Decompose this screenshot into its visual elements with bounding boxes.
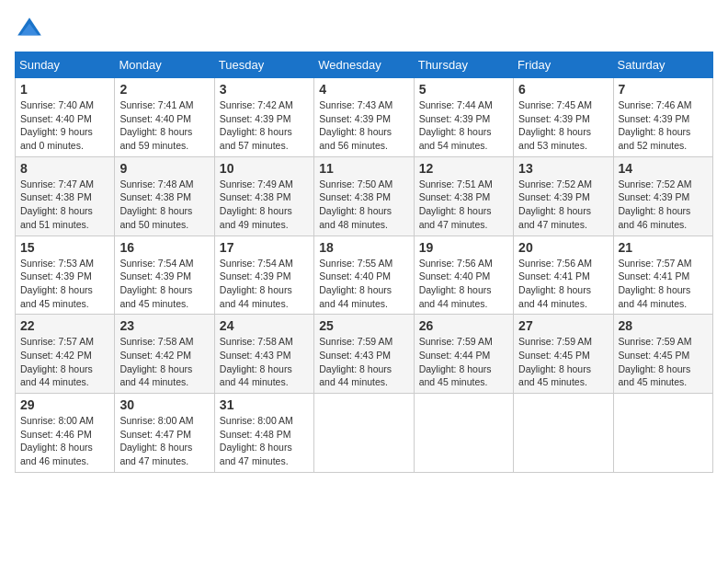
day-header-friday: Friday	[514, 52, 613, 78]
day-info: Sunrise: 7:59 AM Sunset: 4:45 PM Dayligh…	[518, 335, 608, 389]
calendar-cell	[414, 394, 513, 473]
day-info: Sunrise: 7:54 AM Sunset: 4:39 PM Dayligh…	[119, 257, 209, 311]
day-number: 13	[518, 161, 608, 176]
day-number: 18	[319, 240, 408, 255]
day-info: Sunrise: 7:56 AM Sunset: 4:40 PM Dayligh…	[419, 257, 508, 311]
calendar-week-3: 15 Sunrise: 7:53 AM Sunset: 4:39 PM Dayl…	[16, 236, 713, 315]
calendar-cell: 3 Sunrise: 7:42 AM Sunset: 4:39 PM Dayli…	[214, 78, 313, 157]
day-number: 26	[419, 318, 508, 333]
day-number: 10	[220, 161, 309, 176]
day-number: 3	[220, 82, 309, 97]
day-info: Sunrise: 7:58 AM Sunset: 4:42 PM Dayligh…	[119, 335, 209, 389]
day-number: 9	[119, 161, 209, 176]
day-info: Sunrise: 7:52 AM Sunset: 4:39 PM Dayligh…	[619, 178, 708, 232]
day-number: 23	[119, 318, 209, 333]
day-number: 24	[220, 318, 309, 333]
calendar-cell: 24 Sunrise: 7:58 AM Sunset: 4:43 PM Dayl…	[214, 315, 313, 394]
day-number: 25	[319, 318, 408, 333]
logo-icon	[15, 15, 44, 44]
calendar-cell: 23 Sunrise: 7:58 AM Sunset: 4:42 PM Dayl…	[115, 315, 214, 394]
day-info: Sunrise: 7:51 AM Sunset: 4:38 PM Dayligh…	[419, 178, 508, 232]
calendar-week-2: 8 Sunrise: 7:47 AM Sunset: 4:38 PM Dayli…	[16, 156, 713, 236]
day-number: 29	[20, 397, 109, 412]
day-number: 7	[619, 82, 708, 97]
calendar-cell: 8 Sunrise: 7:47 AM Sunset: 4:38 PM Dayli…	[16, 156, 115, 236]
day-info: Sunrise: 7:43 AM Sunset: 4:39 PM Dayligh…	[319, 98, 408, 153]
calendar-cell: 18 Sunrise: 7:55 AM Sunset: 4:40 PM Dayl…	[314, 236, 414, 315]
calendar-cell: 11 Sunrise: 7:50 AM Sunset: 4:38 PM Dayl…	[314, 156, 414, 236]
day-number: 21	[619, 240, 708, 255]
day-info: Sunrise: 7:44 AM Sunset: 4:39 PM Dayligh…	[419, 98, 508, 153]
day-info: Sunrise: 7:40 AM Sunset: 4:40 PM Dayligh…	[20, 98, 109, 153]
calendar-cell: 30 Sunrise: 8:00 AM Sunset: 4:47 PM Dayl…	[115, 394, 214, 473]
calendar-cell: 31 Sunrise: 8:00 AM Sunset: 4:48 PM Dayl…	[214, 394, 313, 473]
day-info: Sunrise: 7:53 AM Sunset: 4:39 PM Dayligh…	[20, 257, 109, 311]
calendar-cell: 27 Sunrise: 7:59 AM Sunset: 4:45 PM Dayl…	[514, 315, 613, 394]
calendar-cell: 15 Sunrise: 7:53 AM Sunset: 4:39 PM Dayl…	[16, 236, 115, 315]
day-info: Sunrise: 7:45 AM Sunset: 4:39 PM Dayligh…	[518, 98, 608, 153]
day-info: Sunrise: 7:56 AM Sunset: 4:41 PM Dayligh…	[518, 257, 608, 311]
day-info: Sunrise: 7:58 AM Sunset: 4:43 PM Dayligh…	[220, 335, 309, 389]
day-header-monday: Monday	[115, 52, 214, 78]
calendar-week-5: 29 Sunrise: 8:00 AM Sunset: 4:46 PM Dayl…	[16, 394, 713, 473]
day-number: 31	[220, 397, 309, 412]
day-info: Sunrise: 7:42 AM Sunset: 4:39 PM Dayligh…	[220, 98, 309, 153]
logo	[15, 15, 48, 44]
day-header-wednesday: Wednesday	[314, 52, 414, 78]
day-number: 6	[518, 82, 608, 97]
calendar-cell	[514, 394, 613, 473]
day-info: Sunrise: 7:49 AM Sunset: 4:38 PM Dayligh…	[220, 178, 309, 232]
calendar-cell: 14 Sunrise: 7:52 AM Sunset: 4:39 PM Dayl…	[613, 156, 712, 236]
day-header-thursday: Thursday	[414, 52, 513, 78]
day-info: Sunrise: 7:52 AM Sunset: 4:39 PM Dayligh…	[518, 178, 608, 232]
calendar-cell	[314, 394, 414, 473]
day-number: 17	[220, 240, 309, 255]
calendar-cell: 7 Sunrise: 7:46 AM Sunset: 4:39 PM Dayli…	[613, 78, 712, 157]
day-number: 4	[319, 82, 408, 97]
day-header-sunday: Sunday	[16, 52, 115, 78]
calendar-cell	[613, 394, 712, 473]
page-header	[15, 15, 713, 44]
day-number: 2	[119, 82, 209, 97]
calendar-cell: 9 Sunrise: 7:48 AM Sunset: 4:38 PM Dayli…	[115, 156, 214, 236]
day-info: Sunrise: 7:41 AM Sunset: 4:40 PM Dayligh…	[119, 98, 209, 153]
day-number: 28	[619, 318, 708, 333]
day-info: Sunrise: 8:00 AM Sunset: 4:46 PM Dayligh…	[20, 414, 109, 468]
calendar-cell: 16 Sunrise: 7:54 AM Sunset: 4:39 PM Dayl…	[115, 236, 214, 315]
day-number: 14	[619, 161, 708, 176]
day-number: 11	[319, 161, 408, 176]
day-number: 20	[518, 240, 608, 255]
calendar-header-row: SundayMondayTuesdayWednesdayThursdayFrid…	[16, 52, 713, 78]
day-number: 30	[119, 397, 209, 412]
calendar-cell: 17 Sunrise: 7:54 AM Sunset: 4:39 PM Dayl…	[214, 236, 313, 315]
calendar-cell: 13 Sunrise: 7:52 AM Sunset: 4:39 PM Dayl…	[514, 156, 613, 236]
calendar-cell: 2 Sunrise: 7:41 AM Sunset: 4:40 PM Dayli…	[115, 78, 214, 157]
day-info: Sunrise: 7:57 AM Sunset: 4:41 PM Dayligh…	[619, 257, 708, 311]
day-info: Sunrise: 7:46 AM Sunset: 4:39 PM Dayligh…	[619, 98, 708, 153]
calendar-week-1: 1 Sunrise: 7:40 AM Sunset: 4:40 PM Dayli…	[16, 78, 713, 157]
day-number: 1	[20, 82, 109, 97]
day-info: Sunrise: 7:47 AM Sunset: 4:38 PM Dayligh…	[20, 178, 109, 232]
calendar-week-4: 22 Sunrise: 7:57 AM Sunset: 4:42 PM Dayl…	[16, 315, 713, 394]
day-info: Sunrise: 8:00 AM Sunset: 4:48 PM Dayligh…	[220, 414, 309, 468]
calendar-cell: 25 Sunrise: 7:59 AM Sunset: 4:43 PM Dayl…	[314, 315, 414, 394]
day-header-tuesday: Tuesday	[214, 52, 313, 78]
calendar-cell: 21 Sunrise: 7:57 AM Sunset: 4:41 PM Dayl…	[613, 236, 712, 315]
calendar-cell: 29 Sunrise: 8:00 AM Sunset: 4:46 PM Dayl…	[16, 394, 115, 473]
day-number: 8	[20, 161, 109, 176]
day-info: Sunrise: 7:54 AM Sunset: 4:39 PM Dayligh…	[220, 257, 309, 311]
calendar-cell: 20 Sunrise: 7:56 AM Sunset: 4:41 PM Dayl…	[514, 236, 613, 315]
day-info: Sunrise: 7:50 AM Sunset: 4:38 PM Dayligh…	[319, 178, 408, 232]
day-header-saturday: Saturday	[613, 52, 712, 78]
calendar-cell: 26 Sunrise: 7:59 AM Sunset: 4:44 PM Dayl…	[414, 315, 513, 394]
calendar-cell: 1 Sunrise: 7:40 AM Sunset: 4:40 PM Dayli…	[16, 78, 115, 157]
calendar-cell: 22 Sunrise: 7:57 AM Sunset: 4:42 PM Dayl…	[16, 315, 115, 394]
day-info: Sunrise: 7:55 AM Sunset: 4:40 PM Dayligh…	[319, 257, 408, 311]
day-number: 15	[20, 240, 109, 255]
calendar-cell: 10 Sunrise: 7:49 AM Sunset: 4:38 PM Dayl…	[214, 156, 313, 236]
calendar-cell: 28 Sunrise: 7:59 AM Sunset: 4:45 PM Dayl…	[613, 315, 712, 394]
calendar-cell: 4 Sunrise: 7:43 AM Sunset: 4:39 PM Dayli…	[314, 78, 414, 157]
day-info: Sunrise: 7:59 AM Sunset: 4:44 PM Dayligh…	[419, 335, 508, 389]
day-number: 22	[20, 318, 109, 333]
day-number: 27	[518, 318, 608, 333]
